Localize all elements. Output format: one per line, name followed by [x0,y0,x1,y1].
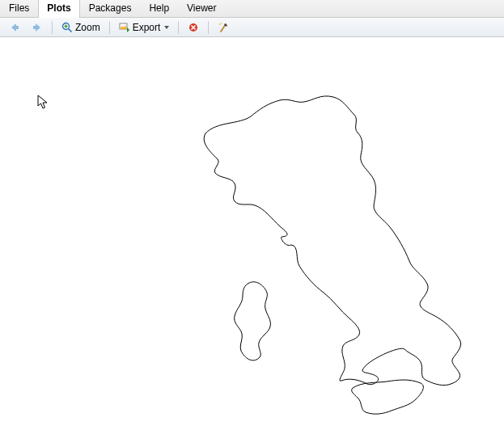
export-button[interactable]: Export [115,19,174,36]
tab-viewer[interactable]: Viewer [178,0,225,18]
toolbar-separator [178,21,179,34]
plot-viewport [0,37,504,430]
remove-icon [188,22,199,33]
map-plot [0,37,504,430]
clear-all-button[interactable] [214,19,233,36]
tab-files[interactable]: Files [0,0,38,18]
svg-point-10 [219,23,221,25]
toolbar-separator [208,21,209,34]
tab-packages[interactable]: Packages [80,0,141,18]
export-icon [119,22,130,33]
arrow-left-icon [9,22,20,33]
pane-tab-bar: Files Plots Packages Help Viewer [0,0,504,18]
svg-line-1 [69,28,72,32]
plots-toolbar: Zoom Export [0,18,504,37]
export-label: Export [133,22,161,33]
plot-next-button[interactable] [28,19,47,36]
tab-help[interactable]: Help [140,0,178,18]
toolbar-separator [109,21,110,34]
toolbar-separator [52,21,53,34]
plot-prev-button[interactable] [5,19,24,36]
zoom-label: Zoom [75,22,100,33]
remove-plot-button[interactable] [184,19,203,36]
tab-plots[interactable]: Plots [38,0,79,18]
zoom-button[interactable]: Zoom [57,19,104,36]
arrow-right-icon [32,22,43,33]
dropdown-caret-icon [164,26,169,29]
svg-point-11 [222,22,222,23]
broom-icon [218,22,229,33]
zoom-icon [61,22,73,33]
